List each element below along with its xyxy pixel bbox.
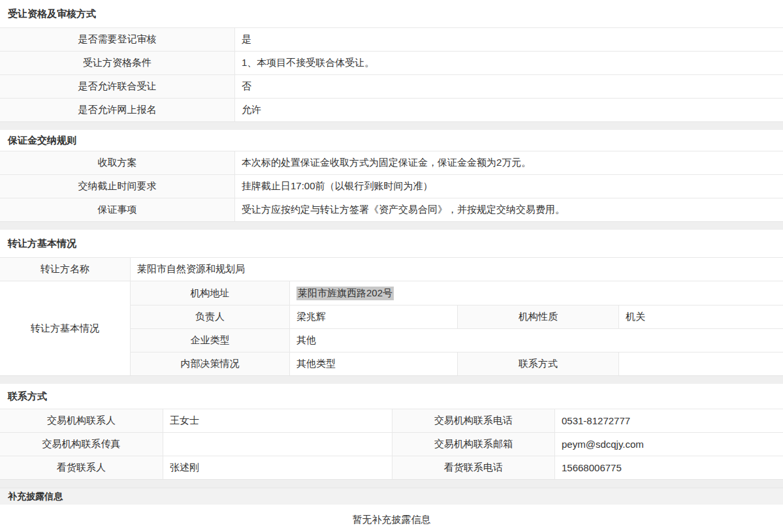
transferor-name-label: 转让方名称 bbox=[0, 258, 131, 281]
table-row-qualification-condition: 受让方资格条件 1、本项目不接受联合体受让。 bbox=[0, 51, 783, 74]
section-title-transferor-info: 转让方基本情况 bbox=[0, 230, 783, 257]
leader-value: 梁兆辉 bbox=[290, 305, 457, 328]
inspection-contact-person-value: 张述刚 bbox=[163, 456, 392, 479]
collection-plan-label: 收取方案 bbox=[0, 151, 235, 174]
transferor-detail-group-label: 转让方基本情况 bbox=[0, 281, 131, 375]
table-row-payment-deadline: 交纳截止时间要求 挂牌截止日17:00前（以银行到账时间为准） bbox=[0, 174, 783, 198]
table-row-agency-fax-email: 交易机构联系传真 交易机构联系邮箱 peym@sdcqjy.com bbox=[0, 432, 783, 456]
section-transferor-info: 转让方基本情况 转让方名称 莱阳市自然资源和规划局 转让方基本情况 机构地址 莱… bbox=[0, 230, 783, 376]
org-address-label: 机构地址 bbox=[131, 281, 290, 305]
internal-decision-label: 内部决策情况 bbox=[131, 352, 290, 375]
table-row-decision-contact: 内部决策情况 其他类型 联系方式 bbox=[131, 352, 783, 375]
section-title-contact-info: 联系方式 bbox=[0, 384, 783, 409]
table-row-agency-contact: 交易机构联系人 王女士 交易机构联系电话 0531-81272777 bbox=[0, 409, 783, 432]
table-row-transferor-detail-group: 转让方基本情况 机构地址 莱阳市旌旗西路202号 负责人 梁兆辉 机构性质 机关… bbox=[0, 281, 783, 375]
table-row-inspection-contact: 看货联系人 张述刚 看货联系电话 15668006775 bbox=[0, 456, 783, 479]
transferor-name-value: 莱阳市自然资源和规划局 bbox=[131, 258, 783, 281]
inspection-contact-person-label: 看货联系人 bbox=[0, 456, 163, 479]
agency-email-label: 交易机构联系邮箱 bbox=[392, 433, 555, 456]
company-type-label: 企业类型 bbox=[131, 329, 290, 352]
registration-review-label: 是否需要登记审核 bbox=[0, 28, 235, 51]
collection-plan-value: 本次标的处置保证金收取方式为固定保证金，保证金金额为2万元。 bbox=[235, 151, 783, 174]
table-row-guarantee-items: 保证事项 受让方应按约定与转让方签署《资产交易合同》，并按规定交纳交易费用。 bbox=[0, 198, 783, 221]
asset-listing-detail-page: 受让资格及审核方式 是否需要登记审核 是 受让方资格条件 1、本项目不接受联合体… bbox=[0, 0, 783, 532]
table-row-transferor-name: 转让方名称 莱阳市自然资源和规划局 bbox=[0, 257, 783, 281]
transferor-detail-table: 机构地址 莱阳市旌旗西路202号 负责人 梁兆辉 机构性质 机关 企业类型 其他… bbox=[131, 281, 783, 375]
agency-contact-phone-label: 交易机构联系电话 bbox=[392, 409, 555, 432]
agency-contact-phone-value: 0531-81272777 bbox=[555, 409, 783, 432]
section-title-deposit-rules: 保证金交纳规则 bbox=[0, 130, 783, 151]
org-nature-value: 机关 bbox=[619, 305, 783, 328]
org-nature-label: 机构性质 bbox=[457, 305, 619, 328]
payment-deadline-label: 交纳截止时间要求 bbox=[0, 175, 235, 198]
section-transferee-qualification: 受让资格及审核方式 是否需要登记审核 是 受让方资格条件 1、本项目不接受联合体… bbox=[0, 0, 783, 122]
joint-transfer-label: 是否允许联合受让 bbox=[0, 75, 235, 98]
agency-contact-person-value: 王女士 bbox=[163, 409, 392, 432]
table-row-online-signup: 是否允许网上报名 允许 bbox=[0, 98, 783, 121]
section-deposit-rules: 保证金交纳规则 收取方案 本次标的处置保证金收取方式为固定保证金，保证金金额为2… bbox=[0, 130, 783, 222]
section-title-supplementary-disclosure: 补充披露信息 bbox=[0, 488, 783, 505]
table-row-company-type: 企业类型 其他 bbox=[131, 328, 783, 352]
table-row-org-address: 机构地址 莱阳市旌旗西路202号 bbox=[131, 281, 783, 305]
selected-text-highlight: 莱阳市旌旗西路202号 bbox=[296, 287, 394, 300]
table-row-collection-plan: 收取方案 本次标的处置保证金收取方式为固定保证金，保证金金额为2万元。 bbox=[0, 151, 783, 174]
transferor-contact-value bbox=[619, 352, 783, 375]
qualification-condition-value: 1、本项目不接受联合体受让。 bbox=[235, 52, 783, 74]
agency-fax-label: 交易机构联系传真 bbox=[0, 433, 163, 456]
guarantee-items-value: 受让方应按约定与转让方签署《资产交易合同》，并按规定交纳交易费用。 bbox=[235, 198, 783, 221]
company-type-value: 其他 bbox=[290, 329, 783, 352]
leader-label: 负责人 bbox=[131, 305, 290, 328]
section-supplementary-disclosure: 补充披露信息 暂无补充披露信息 bbox=[0, 488, 783, 532]
table-row-joint-transfer: 是否允许联合受让 否 bbox=[0, 74, 783, 98]
table-row-registration-review: 是否需要登记审核 是 bbox=[0, 27, 783, 51]
section-title-transferee-qualification: 受让资格及审核方式 bbox=[0, 0, 783, 27]
inspection-contact-phone-label: 看货联系电话 bbox=[392, 456, 555, 479]
inspection-contact-phone-value: 15668006775 bbox=[555, 456, 783, 479]
org-address-value: 莱阳市旌旗西路202号 bbox=[290, 281, 783, 305]
guarantee-items-label: 保证事项 bbox=[0, 198, 235, 221]
agency-email-value: peym@sdcqjy.com bbox=[555, 433, 783, 456]
payment-deadline-value: 挂牌截止日17:00前（以银行到账时间为准） bbox=[235, 175, 783, 198]
section-contact-info: 联系方式 交易机构联系人 王女士 交易机构联系电话 0531-81272777 … bbox=[0, 384, 783, 480]
qualification-condition-label: 受让方资格条件 bbox=[0, 52, 235, 74]
supplementary-disclosure-empty-text: 暂无补充披露信息 bbox=[0, 505, 783, 532]
online-signup-label: 是否允许网上报名 bbox=[0, 99, 235, 121]
transferor-contact-label: 联系方式 bbox=[457, 352, 619, 375]
registration-review-value: 是 bbox=[235, 28, 783, 51]
internal-decision-value: 其他类型 bbox=[290, 352, 457, 375]
online-signup-value: 允许 bbox=[235, 99, 783, 121]
joint-transfer-value: 否 bbox=[235, 75, 783, 98]
table-row-leader-nature: 负责人 梁兆辉 机构性质 机关 bbox=[131, 305, 783, 328]
agency-fax-value bbox=[163, 433, 392, 456]
agency-contact-person-label: 交易机构联系人 bbox=[0, 409, 163, 432]
